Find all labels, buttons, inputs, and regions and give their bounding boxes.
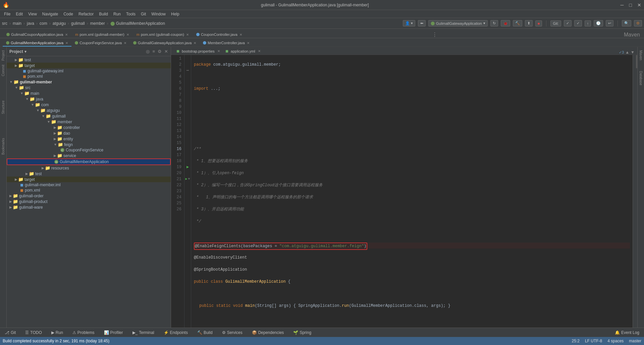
tree-item-gulimall-product[interactable]: ▶ 📁 gulimall-product xyxy=(7,199,171,204)
tab2-member-app[interactable]: GulimallMemberApplication.java ✕ xyxy=(3,40,71,47)
tree-item-test2[interactable]: ▶ 📁 test xyxy=(7,171,171,177)
bottom-tab-dependencies[interactable]: 📦 Dependencies xyxy=(250,330,286,336)
git-history[interactable]: 🕒 xyxy=(594,20,603,26)
maximize-button[interactable]: □ xyxy=(629,2,632,8)
tree-item-service[interactable]: ▶ 📁 service xyxy=(7,153,171,158)
breadcrumb-app-name[interactable]: GulimallMemberApplication xyxy=(116,21,165,26)
search-btn[interactable]: 🔍 xyxy=(622,20,631,26)
tree-item-feign[interactable]: ▼ 📁 feign xyxy=(7,142,171,147)
git-check2[interactable]: ✓ xyxy=(574,20,582,26)
breadcrumb-main[interactable]: main xyxy=(13,21,21,26)
tab-coupon-app[interactable]: GulimallCouponApplication.java ✕ xyxy=(3,31,71,38)
tab2-close[interactable]: ✕ xyxy=(194,41,196,45)
bottom-tab-problems[interactable]: ⚠ Problems xyxy=(70,330,97,336)
tree-item-test1[interactable]: ▶ 📁 test xyxy=(7,57,171,63)
menu-run[interactable]: Run xyxy=(111,11,123,17)
git-check1[interactable]: ✓ xyxy=(564,20,572,26)
tree-item-pom1[interactable]: ◼ pom.xml xyxy=(7,74,171,79)
tab-pom-member[interactable]: m pom.xml (gulimall-member) ✕ xyxy=(71,31,132,38)
scroll-down-btn[interactable]: ▼ xyxy=(631,50,635,55)
tree-item-member[interactable]: ▼ 📁 member xyxy=(7,119,171,125)
sidebar-icon-bookmarks[interactable]: Bookmarks xyxy=(1,136,6,157)
tree-item-atguigu[interactable]: ▼ 📁 atguigu xyxy=(7,108,171,113)
bottom-tab-spring[interactable]: 🌱 Spring xyxy=(291,330,313,336)
breadcrumb-gulimall[interactable]: gulimall xyxy=(71,21,85,26)
update-btn[interactable]: ⬆ xyxy=(525,20,533,26)
breadcrumb-java[interactable]: java xyxy=(27,21,34,26)
tree-item-entity[interactable]: ▶ 📁 entity xyxy=(7,136,171,142)
tree-item-pom2[interactable]: ◼ pom.xml xyxy=(7,188,171,193)
tab-yml-close[interactable]: ✕ xyxy=(258,49,261,53)
sidebar-icon-project[interactable]: Project xyxy=(1,48,6,63)
bottom-tab-terminal[interactable]: ▶_ Terminal xyxy=(130,330,156,336)
bottom-tab-eventlog[interactable]: 🔔 Event Log xyxy=(613,330,641,336)
filetree-dropdown[interactable]: ▾ xyxy=(24,49,26,54)
scrollbar-thumb[interactable] xyxy=(636,55,637,68)
statusbar-encoding[interactable]: LF UTF-8 xyxy=(585,339,602,343)
right-icon-database[interactable]: Database xyxy=(638,69,643,87)
statusbar-branch[interactable]: master xyxy=(629,339,641,343)
tree-item-main[interactable]: ▼ 📁 main xyxy=(7,90,171,96)
tab-bootstrap[interactable]: ◼ bootstrap.properties ✕ xyxy=(174,48,223,55)
user-btn[interactable]: 👤 ▾ xyxy=(403,20,415,26)
tree-item-member-iml[interactable]: ◼ gulimall-member.iml xyxy=(7,182,171,188)
git-push[interactable]: ↑ xyxy=(585,20,591,26)
bottom-tab-git[interactable]: ⎇ Git xyxy=(3,330,18,336)
refresh-btn[interactable]: ↻ xyxy=(490,20,498,26)
navigation-btn[interactable]: ⬅ xyxy=(418,20,426,26)
scroll-up-btn[interactable]: ▲ xyxy=(625,50,629,55)
statusbar-position[interactable]: 25:2 xyxy=(572,339,580,343)
bottom-tab-todo[interactable]: ☰ TODO xyxy=(23,330,44,336)
tab2-member-controller[interactable]: MemberController.java ✕ xyxy=(200,40,253,47)
tab-close[interactable]: ✕ xyxy=(65,33,68,37)
breadcrumb-app[interactable]: ⬤ xyxy=(110,21,115,26)
tab-application-yml[interactable]: ◼ application.yml ✕ xyxy=(223,48,263,55)
close-button[interactable]: ✕ xyxy=(637,2,641,8)
menu-navigate[interactable]: Navigate xyxy=(40,11,61,17)
fold-icon[interactable]: ▼ xyxy=(188,176,190,182)
breadcrumb-src[interactable]: src xyxy=(2,21,7,26)
bottom-tab-endpoints[interactable]: ⚡ Endpoints xyxy=(162,330,190,336)
tree-item-gulimall-member[interactable]: ▼ 📁 gulimall-member xyxy=(7,79,171,85)
tree-item-controller[interactable]: ▶ 📁 controller xyxy=(7,125,171,130)
menu-tools[interactable]: Tools xyxy=(123,11,138,17)
debug-btn[interactable]: 🐞 xyxy=(501,20,510,26)
minimize-button[interactable]: ─ xyxy=(621,2,624,8)
tree-item-gulimall-member-app[interactable]: G GulimallMemberApplication xyxy=(7,158,171,165)
sidebar-icon-commit[interactable]: Commit xyxy=(1,63,6,78)
build-btn[interactable]: 🔨 xyxy=(513,20,522,26)
bottom-tab-profiler[interactable]: 📊 Profiler xyxy=(102,330,125,336)
tab-coupon-controller[interactable]: CouponController.java ✕ xyxy=(193,31,246,38)
menu-code[interactable]: Code xyxy=(61,11,76,17)
right-icon-maven[interactable]: Maven xyxy=(638,48,643,62)
bottom-tab-services[interactable]: ⚙ Services xyxy=(220,330,245,336)
tab-more-btn[interactable]: ⋮ xyxy=(431,31,439,38)
run-config[interactable]: ⬤ GulimallGatewayApplication ▾ xyxy=(428,20,488,26)
menu-edit[interactable]: Edit xyxy=(13,11,25,17)
stop-btn[interactable]: ■ xyxy=(535,20,542,26)
filetree-close-btn[interactable]: ✕ xyxy=(164,49,168,54)
tab-close[interactable]: ✕ xyxy=(126,33,129,37)
filetree-scope-btn[interactable]: ◎ xyxy=(146,49,150,54)
code-area[interactable]: package com.atguigu.gulimall.member; imp… xyxy=(191,55,633,328)
settings-btn[interactable]: ⚙ xyxy=(634,20,642,26)
tab2-close[interactable]: ✕ xyxy=(124,41,126,45)
run-icon[interactable]: ▶ xyxy=(185,176,187,182)
tab2-gateway-app[interactable]: GulimallGatewayApplication.java ✕ xyxy=(130,40,200,47)
tab2-close[interactable]: ✕ xyxy=(247,41,250,45)
tab2-coupon-feign[interactable]: CouponFeignService.java ✕ xyxy=(71,40,130,47)
tree-item-java[interactable]: ▼ 📁 java xyxy=(7,96,171,102)
filetree-settings-btn[interactable]: ⚙ xyxy=(158,49,162,54)
tree-item-dao[interactable]: ▶ 📁 dao xyxy=(7,130,171,136)
event-log[interactable]: 🔔 Event Log xyxy=(613,330,641,336)
bottom-tab-build[interactable]: 🔨 Build xyxy=(195,330,215,336)
breadcrumb-com[interactable]: com xyxy=(40,21,47,26)
tree-item-gulimall-ware[interactable]: ▶ 📁 gulimall-ware xyxy=(7,204,171,210)
tree-item-target1[interactable]: ▶ 📁 target xyxy=(7,63,171,68)
tree-item-gulimall-order[interactable]: ▶ 📁 gulimall-order xyxy=(7,193,171,199)
menu-git[interactable]: Git xyxy=(138,11,149,17)
tab-pom-coupon[interactable]: m pom.xml (gulimall-coupon) ✕ xyxy=(133,31,193,38)
tree-item-target2[interactable]: ▶ 📁 target xyxy=(7,177,171,182)
git-revert[interactable]: ↩ xyxy=(606,20,613,26)
menu-file[interactable]: File xyxy=(1,11,13,17)
